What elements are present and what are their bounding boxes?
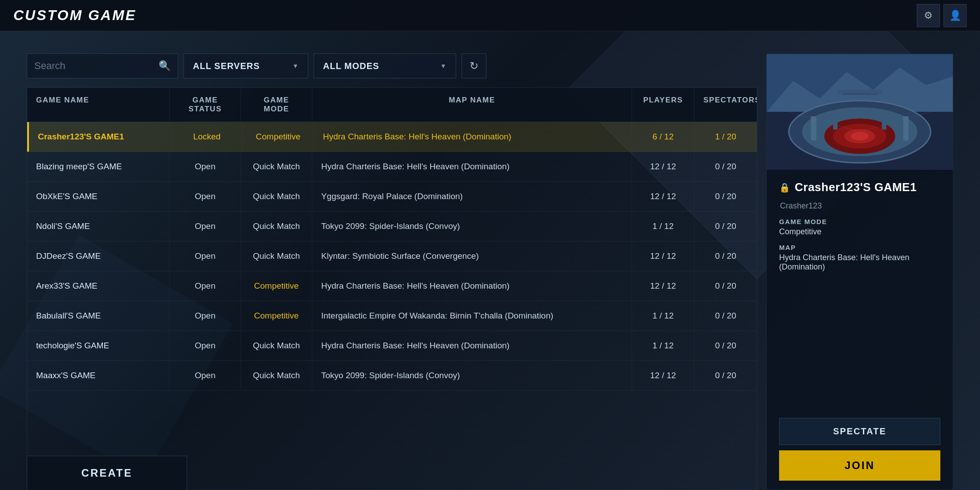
cell-players: 1 / 12 — [632, 301, 694, 331]
game-title-row: 🔒 Crasher123'S GAME1 — [779, 180, 940, 194]
cell-map-name: Intergalactic Empire Of Wakanda: Birnin … — [312, 301, 632, 331]
cell-game-name: techologie'S GAME — [27, 331, 170, 360]
table-row[interactable]: Arex33'S GAME Open Competitive Hydra Cha… — [27, 271, 757, 301]
col-game-mode: GAME MODE — [241, 88, 312, 122]
right-buttons: SPECTATE JOIN — [767, 409, 953, 490]
spectate-button[interactable]: SPECTATE — [779, 418, 940, 445]
col-players: PLAYERS — [632, 88, 694, 122]
cell-map-name: Hydra Charteris Base: Hell's Heaven (Dom… — [312, 152, 632, 181]
cell-game-mode: Competitive — [241, 301, 312, 331]
cell-spectators: 0 / 20 — [694, 152, 757, 181]
map-preview — [767, 54, 953, 170]
cell-players: 12 / 12 — [632, 271, 694, 301]
cell-game-status: Open — [170, 361, 241, 390]
cell-spectators: 0 / 20 — [694, 271, 757, 301]
cell-players: 12 / 12 — [632, 361, 694, 390]
cell-players: 1 / 12 — [632, 212, 694, 241]
svg-rect-14 — [837, 90, 882, 93]
search-icon: 🔍 — [159, 60, 171, 72]
cell-spectators: 0 / 20 — [694, 182, 757, 211]
cell-game-mode: Quick Match — [241, 212, 312, 241]
cell-players: 6 / 12 — [632, 122, 694, 151]
table-row[interactable]: Ndoli'S GAME Open Quick Match Tokyo 2099… — [27, 212, 757, 241]
chevron-down-icon: ▼ — [292, 62, 299, 69]
cell-game-mode: Quick Match — [241, 152, 312, 181]
cell-map-name: Klyntar: Symbiotic Surface (Convergence) — [312, 241, 632, 271]
refresh-icon: ↻ — [470, 60, 478, 72]
create-button-container: CREATE — [27, 456, 187, 490]
table-row[interactable]: Babulall'S GAME Open Competitive Interga… — [27, 301, 757, 331]
cell-game-name: Arex33'S GAME — [27, 271, 170, 301]
table-row[interactable]: DJDeez'S GAME Open Quick Match Klyntar: … — [27, 241, 757, 271]
cell-players: 12 / 12 — [632, 152, 694, 181]
cell-game-name: ObXkE'S GAME — [27, 182, 170, 211]
page-title: CUSTOM GAME — [13, 7, 136, 24]
map-value: Hydra Charteris Base: Hell's Heaven (Dom… — [779, 253, 940, 272]
cell-players: 12 / 12 — [632, 182, 694, 211]
join-button[interactable]: JOIN — [779, 450, 940, 481]
col-map-name: MAP NAME — [312, 88, 632, 122]
cell-map-name: Hydra Charteris Base: Hell's Heaven (Dom… — [312, 271, 632, 301]
game-title: Crasher123'S GAME1 — [795, 180, 917, 194]
col-game-status: GAME STATUS — [170, 88, 241, 122]
svg-rect-12 — [833, 112, 837, 130]
svg-rect-13 — [882, 112, 886, 130]
cell-game-status: Open — [170, 212, 241, 241]
col-spectators: SPECTATORS — [694, 88, 757, 122]
cell-game-mode: Quick Match — [241, 361, 312, 390]
cell-game-status: Open — [170, 331, 241, 360]
col-game-name: GAME NAME — [27, 88, 170, 122]
cell-game-name: Ndoli'S GAME — [27, 212, 170, 241]
table-header: GAME NAME GAME STATUS GAME MODE MAP NAME… — [27, 88, 757, 122]
table-row[interactable]: Crasher123'S GAME1 Locked Competitive Hy… — [27, 122, 757, 152]
chevron-down-icon: ▼ — [440, 62, 447, 69]
table-body: Crasher123'S GAME1 Locked Competitive Hy… — [27, 122, 757, 391]
cell-game-status: Open — [170, 152, 241, 181]
cell-spectators: 0 / 20 — [694, 331, 757, 360]
cell-players: 1 / 12 — [632, 331, 694, 360]
search-input[interactable] — [34, 60, 154, 72]
map-preview-image — [767, 54, 953, 170]
cell-game-name: Maaxx'S GAME — [27, 361, 170, 390]
map-section: MAP Hydra Charteris Base: Hell's Heaven … — [779, 244, 940, 272]
cell-game-mode: Competitive — [241, 271, 312, 301]
servers-dropdown-label: ALL SERVERS — [193, 61, 260, 71]
cell-game-name: DJDeez'S GAME — [27, 241, 170, 271]
cell-game-status: Open — [170, 301, 241, 331]
profile-button[interactable]: 👤 — [943, 4, 967, 27]
cell-game-name: Crasher123'S GAME1 — [29, 122, 172, 151]
cell-spectators: 0 / 20 — [694, 212, 757, 241]
refresh-button[interactable]: ↻ — [461, 53, 486, 78]
filter-bar: 🔍 ALL SERVERS ▼ ALL MODES ▼ ↻ — [27, 53, 757, 78]
table-row[interactable]: Blazing meep'S GAME Open Quick Match Hyd… — [27, 152, 757, 182]
topbar-actions: ⚙ 👤 — [917, 4, 967, 27]
game-mode-value: Competitive — [779, 227, 940, 237]
create-button[interactable]: CREATE — [27, 456, 187, 490]
table-row[interactable]: Maaxx'S GAME Open Quick Match Tokyo 2099… — [27, 361, 757, 391]
cell-map-name: Hydra Charteris Base: Hell's Heaven (Dom… — [312, 331, 632, 360]
game-info: 🔒 Crasher123'S GAME1 Crasher123 GAME MOD… — [767, 170, 953, 409]
servers-dropdown[interactable]: ALL SERVERS ▼ — [184, 53, 308, 78]
cell-game-mode: Quick Match — [241, 331, 312, 360]
lock-icon: 🔒 — [779, 182, 790, 193]
cell-game-mode: Quick Match — [241, 241, 312, 271]
game-owner: Crasher123 — [779, 201, 940, 211]
cell-map-name: Tokyo 2099: Spider-Islands (Convoy) — [312, 361, 632, 390]
game-mode-label: GAME MODE — [779, 218, 940, 225]
svg-rect-15 — [842, 93, 878, 95]
table-row[interactable]: techologie'S GAME Open Quick Match Hydra… — [27, 331, 757, 361]
settings-button[interactable]: ⚙ — [917, 4, 940, 27]
left-panel: 🔍 ALL SERVERS ▼ ALL MODES ▼ ↻ GAME NAME … — [27, 53, 757, 490]
cell-game-name: Blazing meep'S GAME — [27, 152, 170, 181]
main-content: 🔍 ALL SERVERS ▼ ALL MODES ▼ ↻ GAME NAME … — [0, 31, 980, 490]
cell-game-status: Open — [170, 241, 241, 271]
table-row[interactable]: ObXkE'S GAME Open Quick Match Yggsgard: … — [27, 182, 757, 212]
games-table: GAME NAME GAME STATUS GAME MODE MAP NAME… — [27, 87, 757, 490]
cell-map-name: Yggsgard: Royal Palace (Domination) — [312, 182, 632, 211]
search-box: 🔍 — [27, 53, 178, 78]
detail-panel: 🔒 Crasher123'S GAME1 Crasher123 GAME MOD… — [766, 53, 953, 490]
modes-dropdown[interactable]: ALL MODES ▼ — [314, 53, 456, 78]
map-label: MAP — [779, 244, 940, 251]
cell-game-status: Open — [170, 182, 241, 211]
topbar: CUSTOM GAME ⚙ 👤 — [0, 0, 980, 31]
